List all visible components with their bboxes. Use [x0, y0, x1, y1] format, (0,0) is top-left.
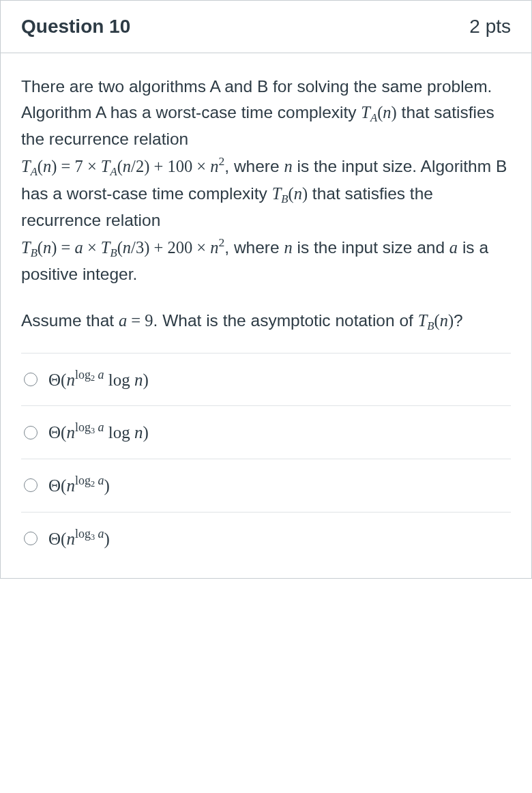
option-2[interactable]: Θ(nlog3 a log n): [21, 406, 511, 459]
radio-icon: [24, 373, 38, 386]
math-recurrence-A: TA(n) = 7 × TA(n/2) + 100 × n2: [21, 157, 224, 175]
radio-icon: [24, 478, 38, 492]
question-header: Question 10 2 pts: [1, 1, 531, 53]
math-n: n: [284, 238, 292, 257]
option-label: Θ(nlog2 a log n): [48, 366, 149, 394]
option-label: Θ(nlog3 a): [48, 525, 110, 553]
math-TB-n: TB(n): [418, 311, 454, 330]
option-3[interactable]: Θ(nlog2 a): [21, 459, 511, 513]
option-1[interactable]: Θ(nlog2 a log n): [21, 354, 511, 407]
text: , where: [224, 238, 284, 257]
text: . What is the asymptotic notation of: [153, 311, 418, 330]
question-points: 2 pts: [469, 16, 511, 38]
text: Assume that: [21, 311, 119, 330]
question-card: Question 10 2 pts There are two algorith…: [0, 0, 532, 579]
option-label: Θ(nlog3 a log n): [48, 418, 149, 446]
math-TB-n: TB(n): [272, 184, 308, 203]
question-title: Question 10: [21, 16, 130, 38]
question-body: There are two algorithms A and B for sol…: [1, 53, 531, 578]
option-label: Θ(nlog2 a): [48, 472, 110, 500]
question-prompt: There are two algorithms A and B for sol…: [21, 74, 511, 287]
question-ask: Assume that a = 9. What is the asymptoti…: [21, 308, 511, 334]
math-n: n: [284, 157, 292, 175]
option-4[interactable]: Θ(nlog3 a): [21, 513, 511, 556]
text: is the input size and: [293, 238, 449, 257]
math-a-eq-9: a = 9: [119, 311, 153, 330]
radio-icon: [24, 426, 38, 439]
text: , where: [224, 157, 284, 175]
math-recurrence-B: TB(n) = a × TB(n/3) + 200 × n2: [21, 238, 224, 257]
math-TA-n: TA(n): [361, 103, 396, 121]
math-a: a: [449, 238, 458, 257]
answer-options: Θ(nlog2 a log n) Θ(nlog3 a log n) Θ(nlog…: [21, 353, 511, 556]
radio-icon: [24, 532, 38, 545]
text: ?: [454, 311, 463, 330]
